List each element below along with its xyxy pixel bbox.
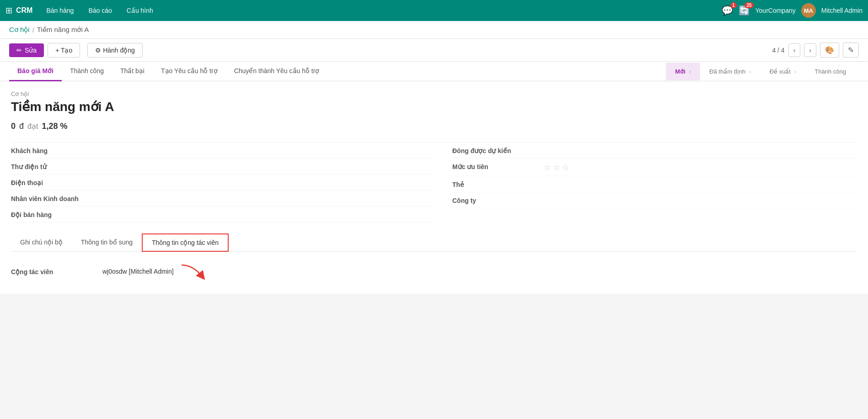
menu-bao-cao[interactable]: Báo cáo [82, 3, 118, 18]
field-nhan-vien: Nhân viên Kinh doanh [11, 191, 434, 207]
menu-cau-hinh[interactable]: Cấu hình [120, 3, 160, 18]
field-muc-uu-tien: Mức ưu tiên ☆ ☆ ☆ [452, 159, 857, 176]
notifications-icon[interactable]: 💬 1 [722, 5, 733, 16]
field-dien-thoai: Điện thoại [11, 175, 434, 191]
star-2[interactable]: ☆ [553, 162, 560, 172]
arrow-annotation [179, 263, 207, 281]
pipeline-stages: Mới Đã thẩm định Đề xuất Thành công [666, 63, 859, 80]
label-dong-duoc: Đóng được dự kiến [452, 146, 544, 154]
create-label: + Tạo [55, 47, 72, 54]
label-cong-ty: Công ty [452, 196, 544, 204]
field-thu-dien-tu: Thư điện tử [11, 159, 434, 175]
app-name: CRM [16, 6, 32, 15]
breadcrumb-separator: / [32, 26, 34, 34]
tab-chuyen-thanh[interactable]: Chuyển thành Yêu cầu hỗ trợ [226, 62, 328, 81]
record-title: Tiềm năng mới A [11, 99, 857, 114]
section-label: Cơ hội [11, 90, 857, 97]
status-tabs-bar: Báo giá Mới Thành công Thất bại Tạo Yêu … [0, 62, 868, 81]
stat-label: đạt [27, 122, 38, 131]
updates-badge: 25 [745, 2, 753, 8]
form-col-right: Đóng được dự kiến Mức ưu tiên ☆ ☆ ☆ Thẻ … [434, 143, 857, 223]
label-dien-thoai: Điện thoại [11, 178, 102, 186]
collab-row: Cộng tác viên wj0osdw [Mitchell Admin] [11, 259, 857, 285]
nav-right: 💬 1 🔄 25 YourCompany MA Mitchell Admin [722, 3, 863, 18]
prev-button[interactable]: ‹ [788, 43, 801, 57]
form-col-left: Khách hàng Thư điện tử Điện thoại Nhân v… [11, 143, 434, 223]
collab-username[interactable]: wj0osdw [Mitchell Admin] [102, 268, 174, 275]
edit-label: Sửa [25, 47, 37, 54]
action-button[interactable]: ⚙ Hành động [87, 43, 143, 58]
collaborator-section: Cộng tác viên wj0osdw [Mitchell Admin] [11, 252, 857, 285]
menu-ban-hang[interactable]: Bán hàng [40, 3, 80, 18]
username: Mitchell Admin [821, 7, 863, 14]
notifications-badge: 1 [730, 2, 737, 8]
breadcrumb: Cơ hội / Tiềm năng mới A [0, 21, 868, 39]
main-content: Cơ hội Tiềm năng mới A 0 đ đạt 1,28 % Kh… [0, 81, 868, 294]
label-nhan-vien: Nhân viên Kinh doanh [11, 194, 102, 202]
form-grid: Khách hàng Thư điện tử Điện thoại Nhân v… [11, 142, 857, 223]
label-khach-hang: Khách hàng [11, 146, 102, 154]
edit-icon: ✏ [16, 47, 22, 54]
stage-moi[interactable]: Mới [666, 63, 700, 80]
tab-bao-gia-moi[interactable]: Báo giá Mới [9, 62, 62, 81]
pagination-info: 4 / 4 [772, 47, 784, 54]
tab-thong-tin-bo-sung[interactable]: Thông tin bổ sung [72, 233, 142, 252]
star-3[interactable]: ☆ [562, 162, 569, 172]
field-cong-ty: Công ty [452, 192, 857, 208]
grid-icon[interactable]: ⊞ [5, 5, 12, 16]
record-stats: 0 đ đạt 1,28 % [11, 122, 857, 131]
action-bar: ✏ Sửa + Tạo ⚙ Hành động 4 / 4 ‹ › 🎨 ✎ [0, 39, 868, 62]
updates-icon[interactable]: 🔄 25 [739, 5, 750, 16]
external-link-icon[interactable]: ✎ [843, 42, 859, 58]
collab-value: wj0osdw [Mitchell Admin] [102, 263, 207, 281]
stage-thanh-cong[interactable]: Thành công [805, 63, 859, 80]
label-thu-dien-tu: Thư điện tử [11, 162, 102, 170]
field-the: Thẻ [452, 176, 857, 192]
label-doi-ban-hang: Đội bán hàng [11, 210, 102, 218]
tab-thanh-cong[interactable]: Thành công [62, 62, 112, 81]
create-button[interactable]: + Tạo [48, 43, 80, 58]
company-name[interactable]: YourCompany [755, 7, 796, 14]
stat-amount: 0 [11, 122, 16, 131]
star-1[interactable]: ☆ [544, 162, 551, 172]
field-khach-hang: Khách hàng [11, 143, 434, 159]
next-button[interactable]: › [804, 43, 816, 57]
tab-ghi-chu[interactable]: Ghi chú nội bộ [11, 233, 72, 252]
view-toggle-icon[interactable]: 🎨 [820, 42, 839, 58]
field-dong-duoc-du-kien: Đóng được dự kiến [452, 143, 857, 159]
label-the: Thẻ [452, 180, 544, 188]
priority-stars[interactable]: ☆ ☆ ☆ [544, 162, 569, 172]
stage-da-tham-dinh[interactable]: Đã thẩm định [700, 63, 761, 80]
main-menu: Bán hàng Báo cáo Cấu hình [40, 3, 721, 18]
tab-thong-tin-cong-tac-vien[interactable]: Thông tin cộng tác viên [142, 233, 229, 252]
action-label: ⚙ Hành động [95, 47, 135, 54]
field-doi-ban-hang: Đội bán hàng [11, 207, 434, 223]
tab-that-bai[interactable]: Thất bại [112, 62, 153, 81]
app-logo[interactable]: ⊞ CRM [5, 5, 32, 16]
stat-currency: đ [19, 122, 24, 131]
top-navigation: ⊞ CRM Bán hàng Báo cáo Cấu hình 💬 1 🔄 25… [0, 0, 868, 21]
stat-percent: 1,28 % [42, 122, 67, 131]
breadcrumb-parent[interactable]: Cơ hội [9, 26, 30, 34]
stage-de-xuat[interactable]: Đề xuất [761, 63, 806, 80]
edit-button[interactable]: ✏ Sửa [9, 43, 44, 57]
inner-tabs: Ghi chú nội bộ Thông tin bổ sung Thông t… [11, 233, 857, 252]
breadcrumb-current: Tiềm năng mới A [37, 26, 89, 34]
tab-tao-yeu-cau[interactable]: Tạo Yêu cầu hỗ trợ [153, 62, 226, 81]
collab-label: Cộng tác viên [11, 268, 102, 276]
avatar[interactable]: MA [801, 3, 816, 18]
label-muc-uu-tien: Mức ưu tiên [452, 162, 544, 170]
